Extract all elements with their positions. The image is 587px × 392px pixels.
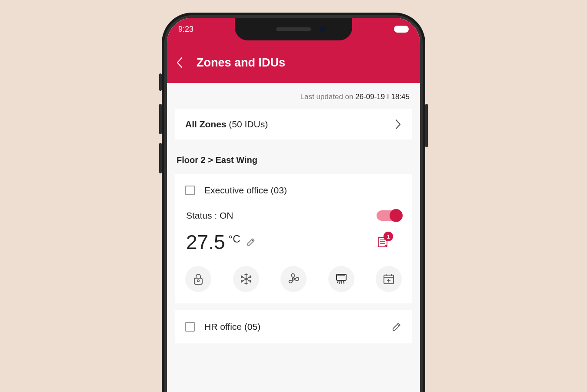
temperature-value: 27.5°C <box>186 230 256 254</box>
zone-status: Status : ON <box>186 210 233 221</box>
all-zones-label: All Zones (50 IDUs) <box>185 119 268 130</box>
schedule-button[interactable] <box>376 266 402 292</box>
notch <box>235 18 352 40</box>
battery-icon <box>394 26 409 33</box>
power-toggle[interactable] <box>377 210 402 221</box>
lock-icon <box>193 273 204 285</box>
last-updated: Last updated on 26-09-19 I 18:45 <box>175 83 412 109</box>
edit-temperature-button[interactable] <box>246 237 256 247</box>
pencil-icon <box>391 322 402 332</box>
notification-badge: 1 <box>384 232 393 241</box>
svg-line-11 <box>337 281 338 283</box>
zone-name: HR office (05) <box>204 322 260 332</box>
phone-volume-up <box>159 104 162 134</box>
phone-frame: 9:23 Zones and IDUs Last updated on 26-0… <box>162 13 425 392</box>
fan-button[interactable] <box>280 266 307 292</box>
svg-line-14 <box>344 281 344 283</box>
clock: 9:23 <box>178 25 193 34</box>
svg-point-5 <box>197 280 199 282</box>
zone-checkbox[interactable] <box>185 322 195 332</box>
chevron-right-icon <box>395 119 402 130</box>
svg-rect-4 <box>194 278 202 284</box>
pencil-icon <box>246 237 256 247</box>
snowflake-icon <box>240 272 253 286</box>
calendar-plus-icon <box>382 272 395 286</box>
all-zones-row[interactable]: All Zones (50 IDUs) <box>175 109 412 140</box>
edit-zone-button[interactable] <box>391 322 402 332</box>
phone-volume-down <box>159 143 162 173</box>
phone-power-button <box>425 104 428 147</box>
back-button[interactable] <box>176 56 183 69</box>
mode-button[interactable] <box>233 266 259 292</box>
zone-card: HR office (05) <box>175 310 412 343</box>
page-title: Zones and IDUs <box>197 56 285 70</box>
screen: 9:23 Zones and IDUs Last updated on 26-0… <box>164 15 423 392</box>
zone-name: Executive office (03) <box>204 185 287 196</box>
svg-line-12 <box>340 281 340 283</box>
fan-icon <box>287 272 300 286</box>
breadcrumb: Floor 2 > East Wing <box>175 140 412 174</box>
svg-point-9 <box>293 278 295 280</box>
swing-icon <box>335 272 348 286</box>
phone-side-button <box>159 73 162 91</box>
notes-button[interactable]: 1 <box>377 236 389 248</box>
zone-card: Executive office (03) Status : ON 27.5°C <box>175 174 412 303</box>
app-header: Zones and IDUs <box>167 48 420 83</box>
chevron-left-icon <box>176 56 183 69</box>
lock-button[interactable] <box>185 266 211 292</box>
zone-checkbox[interactable] <box>185 186 195 195</box>
swing-button[interactable] <box>328 266 354 292</box>
